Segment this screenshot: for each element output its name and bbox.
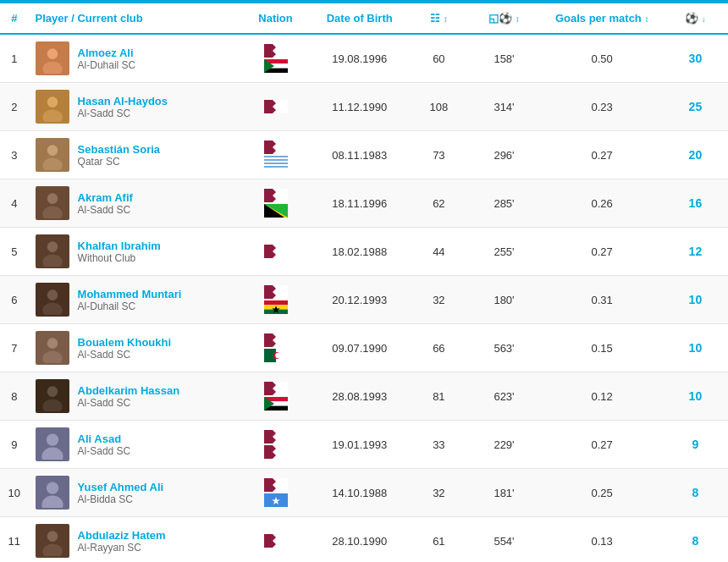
dob-cell: 20.12.1993 (308, 276, 411, 324)
svg-marker-68 (273, 430, 288, 444)
col-apps[interactable]: ☷ ↕ (411, 3, 466, 34)
dob-cell: 14.10.1988 (308, 469, 411, 517)
rank-cell: 2 (0, 83, 29, 131)
goals-sort-icon: ↓ (702, 14, 706, 24)
player-club: Al-Sadd SC (78, 397, 180, 409)
time-cell: 229' (466, 421, 541, 469)
svg-point-56 (47, 386, 58, 397)
svg-marker-36 (273, 245, 288, 258)
time-sort-icon: ↕ (516, 14, 520, 24)
svg-point-1 (47, 48, 58, 59)
table-row: 3 Sebastián Soria Qatar SC (0, 131, 728, 179)
gpm-cell: 0.27 (542, 131, 663, 179)
gpm-cell: 0.31 (542, 276, 663, 324)
svg-rect-42 (264, 300, 288, 305)
col-time[interactable]: ◱⚽ ↕ (466, 3, 541, 34)
svg-point-25 (47, 193, 58, 204)
svg-rect-20 (264, 156, 288, 157)
player-name: Akram Afif (78, 191, 133, 204)
player-cell: Yusef Ahmed Ali Al-Bidda SC (29, 469, 243, 517)
svg-rect-21 (264, 159, 288, 161)
rank-cell: 10 (0, 469, 29, 517)
dob-cell: 19.08.1996 (308, 34, 411, 83)
dob-cell: 19.01.1993 (308, 421, 411, 469)
gpm-cell: 0.25 (542, 469, 663, 517)
gpm-cell: 0.23 (542, 83, 663, 131)
svg-point-15 (47, 145, 58, 156)
table-row: 6 Mohammed Muntari Al-Duhail SC (0, 276, 728, 324)
rank-cell: 3 (0, 131, 29, 179)
apps-cell: 66 (411, 324, 466, 372)
apps-icon: ☷ (430, 12, 440, 25)
player-cell: Almoez Ali Al-Duhail SC (29, 34, 243, 83)
svg-point-72 (46, 482, 58, 493)
apps-cell: 32 (411, 469, 466, 517)
goals-icon: ⚽ (685, 12, 698, 25)
svg-rect-23 (264, 166, 288, 168)
col-player: Player / Current club (29, 3, 243, 34)
goals-cell: 10 (663, 324, 728, 372)
time-cell: 623' (466, 372, 541, 421)
dob-cell: 08.11.1983 (308, 131, 411, 179)
nation-cell (243, 131, 308, 179)
col-gpm[interactable]: Goals per match ↕ (542, 3, 663, 34)
goals-cell: 8 (663, 517, 728, 563)
player-cell: Abdelkarim Hassan Al-Sadd SC (29, 372, 243, 421)
time-cell: 285' (466, 179, 541, 228)
svg-marker-28 (273, 189, 288, 202)
nation-cell (243, 276, 308, 324)
apps-cell: 61 (411, 517, 466, 563)
col-goals[interactable]: ⚽ ↓ (663, 3, 728, 34)
svg-marker-82 (273, 534, 288, 548)
goals-cell: 12 (663, 228, 728, 276)
svg-point-38 (47, 289, 58, 300)
table-row: 10 Yusef Ahmed Ali Al-Bidda SC (0, 469, 728, 517)
player-name: Yusef Ahmed Ali (78, 481, 164, 493)
player-club: Al-Duhail SC (78, 300, 182, 312)
player-club: Al-Sadd SC (78, 349, 172, 361)
svg-point-65 (46, 433, 58, 445)
dob-cell: 28.08.1993 (308, 372, 411, 421)
goals-cell: 10 (663, 372, 728, 421)
player-club: Qatar SC (78, 156, 161, 168)
time-cell: 563' (466, 324, 541, 372)
col-dob: Date of Birth (308, 3, 411, 34)
time-cell: 181' (466, 469, 541, 517)
nation-cell (243, 34, 308, 83)
player-club: Al-Sadd SC (78, 445, 131, 457)
goals-cell: 16 (663, 179, 728, 228)
gpm-cell: 0.27 (542, 421, 663, 469)
player-cell: Akram Afif Al-Sadd SC (29, 179, 243, 228)
svg-marker-75 (273, 478, 288, 492)
player-name: Ali Asad (78, 433, 131, 445)
nation-cell (243, 421, 308, 469)
table-row: 2 Hasan Al-Haydos Al-Sadd SC 11.12.1990 … (0, 83, 728, 131)
rank-cell: 7 (0, 324, 29, 372)
player-cell: Ali Asad Al-Sadd SC (29, 421, 243, 469)
svg-point-79 (47, 531, 58, 542)
svg-marker-59 (273, 382, 288, 395)
table-row: 7 Boualem Khoukhi Al-Sadd SC (0, 324, 728, 372)
rank-cell: 4 (0, 179, 29, 228)
player-cell: Khalfan Ibrahim Without Club (29, 228, 243, 276)
player-name: Khalfan Ibrahim (78, 240, 161, 252)
player-club: Al-Duhail SC (78, 59, 136, 71)
svg-marker-18 (273, 140, 288, 154)
table-row: 9 Ali Asad Al-Sadd SC 1 (0, 421, 728, 469)
player-club: Al-Rayyan SC (78, 542, 166, 554)
goals-cell: 25 (663, 83, 728, 131)
player-name: Sebastián Soria (78, 143, 161, 156)
dob-cell: 18.02.1988 (308, 228, 411, 276)
player-name: Hasan Al-Haydos (78, 95, 168, 107)
apps-cell: 108 (411, 83, 466, 131)
svg-marker-4 (273, 44, 288, 58)
apps-cell: 44 (411, 228, 466, 276)
svg-marker-41 (273, 285, 288, 299)
table-row: 11 Abdulaziz Hatem Al-Rayyan SC 28.10.19… (0, 517, 728, 563)
svg-point-10 (47, 96, 58, 107)
svg-marker-50 (273, 333, 288, 347)
svg-point-33 (47, 241, 58, 252)
col-nation: Nation (243, 3, 308, 34)
rank-cell: 11 (0, 517, 29, 563)
gpm-cell: 0.13 (542, 517, 663, 563)
